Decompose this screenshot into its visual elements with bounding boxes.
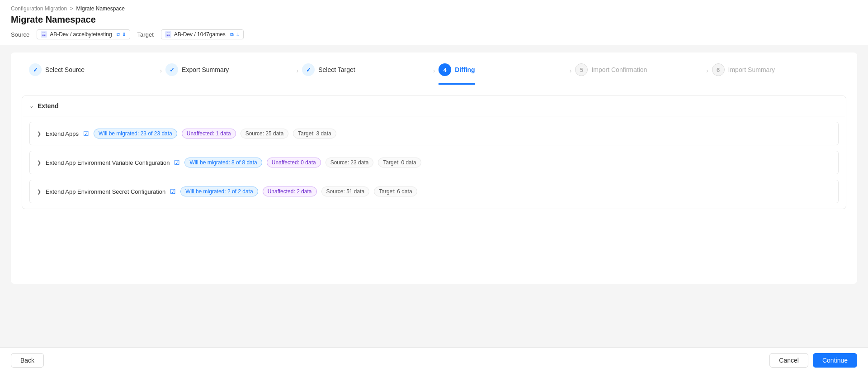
step-3-circle: ✓ bbox=[302, 63, 315, 76]
step-export-summary: ✓ Export Summary bbox=[165, 63, 292, 85]
step-arrow-1: › bbox=[156, 67, 165, 81]
row-2-target-stat: Target: 0 data bbox=[378, 158, 421, 167]
extend-rows-container: ❯ Extend Apps ☑ Will be migrated: 23 of … bbox=[22, 116, 846, 209]
step-4-circle: 4 bbox=[439, 63, 451, 76]
row-1-label: Extend Apps bbox=[46, 130, 79, 137]
empty-area bbox=[11, 284, 857, 348]
row-2-migrate-badge: Will be migrated: 8 of 8 data bbox=[184, 158, 262, 167]
back-button[interactable]: Back bbox=[11, 353, 44, 368]
target-download-button[interactable]: ⇓ bbox=[236, 32, 240, 38]
extend-section: ⌄ Extend ❯ Extend Apps ☑ Will be migrate… bbox=[22, 96, 846, 209]
row-3-chevron-icon[interactable]: ❯ bbox=[37, 189, 41, 195]
row-2-chevron-icon[interactable]: ❯ bbox=[37, 160, 41, 166]
row-1-checkbox-icon[interactable]: ☑ bbox=[83, 130, 89, 137]
target-label: Target bbox=[137, 31, 154, 38]
row-3-migrate-badge: Will be migrated: 2 of 2 data bbox=[180, 186, 258, 196]
step-3-label: Select Target bbox=[318, 66, 355, 73]
row-3-source-stat: Source: 51 data bbox=[321, 186, 370, 196]
extend-section-title: Extend bbox=[38, 102, 59, 110]
row-1-chevron-icon[interactable]: ❯ bbox=[37, 131, 41, 137]
row-3-target-stat: Target: 6 data bbox=[374, 186, 417, 196]
step-select-source: ✓ Select Source bbox=[29, 63, 156, 85]
source-ns-icon: ☷ bbox=[41, 31, 47, 38]
target-external-link-button[interactable]: ⧉ bbox=[230, 32, 234, 38]
row-1-unaffected-badge: Unaffected: 1 data bbox=[182, 129, 236, 139]
breadcrumb: Configuration Migration > Migrate Namesp… bbox=[11, 5, 857, 12]
row-2-label: Extend App Environment Variable Configur… bbox=[46, 159, 170, 166]
row-2-unaffected-badge: Unaffected: 0 data bbox=[267, 158, 321, 167]
step-select-target: ✓ Select Target bbox=[302, 63, 429, 85]
step-6-circle: 6 bbox=[712, 63, 725, 76]
source-download-button[interactable]: ⇓ bbox=[122, 32, 126, 38]
cancel-button[interactable]: Cancel bbox=[769, 353, 808, 368]
table-row: ❯ Extend App Environment Variable Config… bbox=[29, 151, 839, 174]
step-1-label: Select Source bbox=[45, 66, 85, 73]
footer: Back Cancel Continue bbox=[0, 347, 868, 373]
row-3-checkbox-icon[interactable]: ☑ bbox=[170, 188, 176, 195]
step-1-circle: ✓ bbox=[29, 63, 42, 76]
table-row: ❯ Extend Apps ☑ Will be migrated: 23 of … bbox=[29, 122, 839, 145]
step-6-label: Import Summary bbox=[728, 66, 775, 73]
source-namespace-text: AB-Dev / accelbytetesting bbox=[50, 31, 112, 38]
source-namespace-badge: ☷ AB-Dev / accelbytetesting ⧉ ⇓ bbox=[37, 29, 130, 39]
step-arrow-3: › bbox=[429, 67, 439, 81]
row-1-migrate-badge: Will be migrated: 23 of 23 data bbox=[94, 129, 177, 139]
target-ns-icon: ☷ bbox=[165, 31, 171, 38]
continue-button[interactable]: Continue bbox=[813, 353, 857, 368]
page-title: Migrate Namespace bbox=[11, 14, 857, 25]
table-row: ❯ Extend App Environment Secret Configur… bbox=[29, 180, 839, 203]
step-2-label: Export Summary bbox=[182, 66, 229, 73]
target-namespace-badge: ☷ AB-Dev / 1047games ⧉ ⇓ bbox=[161, 29, 244, 39]
row-3-unaffected-badge: Unaffected: 2 data bbox=[263, 186, 317, 196]
source-external-link-button[interactable]: ⧉ bbox=[117, 32, 120, 38]
step-2-circle: ✓ bbox=[165, 63, 178, 76]
step-import-confirmation: 5 Import Confirmation bbox=[575, 63, 702, 85]
row-2-checkbox-icon[interactable]: ☑ bbox=[174, 159, 180, 166]
breadcrumb-parent[interactable]: Configuration Migration bbox=[11, 5, 67, 12]
target-namespace-text: AB-Dev / 1047games bbox=[174, 31, 226, 38]
step-arrow-2: › bbox=[293, 67, 302, 81]
row-1-source-stat: Source: 25 data bbox=[241, 129, 289, 139]
step-import-summary: 6 Import Summary bbox=[712, 63, 839, 85]
step-arrow-4: › bbox=[566, 67, 576, 81]
step-arrow-5: › bbox=[703, 67, 712, 81]
step-4-label: Diffing bbox=[455, 66, 475, 73]
step-5-label: Import Confirmation bbox=[591, 66, 647, 73]
step-diffing: 4 Diffing bbox=[439, 63, 566, 85]
stepper: ✓ Select Source › ✓ Export Summary › ✓ S… bbox=[11, 53, 857, 85]
source-label: Source bbox=[11, 31, 29, 38]
row-2-source-stat: Source: 23 data bbox=[326, 158, 374, 167]
extend-section-header[interactable]: ⌄ Extend bbox=[22, 96, 846, 116]
breadcrumb-current: Migrate Namespace bbox=[76, 5, 124, 12]
row-3-label: Extend App Environment Secret Configurat… bbox=[46, 188, 165, 195]
main-content: ⌄ Extend ❯ Extend Apps ☑ Will be migrate… bbox=[11, 85, 857, 284]
row-1-target-stat: Target: 3 data bbox=[293, 129, 336, 139]
extend-chevron-icon: ⌄ bbox=[29, 103, 34, 109]
step-5-circle: 5 bbox=[575, 63, 588, 76]
